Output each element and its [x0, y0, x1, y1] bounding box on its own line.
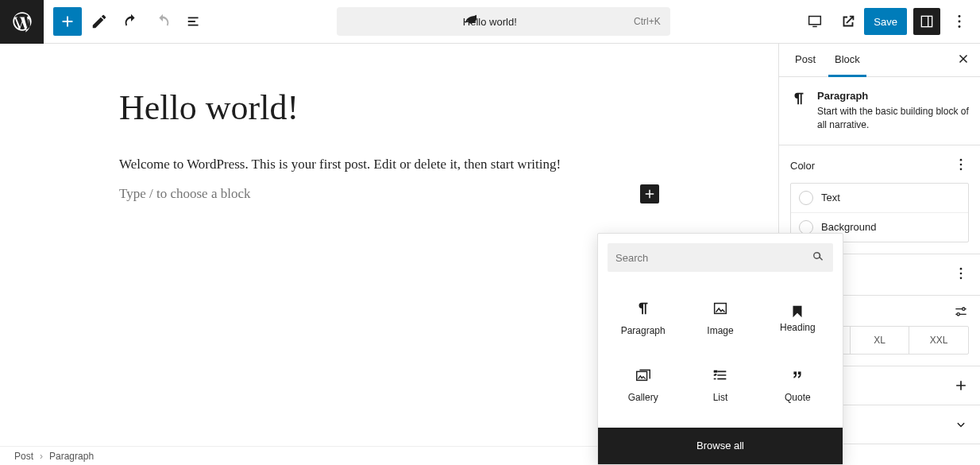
document-title: Hello world! [346, 16, 634, 28]
typography-panel-menu[interactable] [953, 265, 969, 284]
svg-point-2 [959, 15, 961, 17]
color-text-label: Text [821, 192, 840, 203]
save-button[interactable]: Save [864, 8, 907, 35]
inserter-item-label: Heading [780, 322, 816, 333]
svg-point-16 [963, 308, 965, 310]
color-swatch-icon [799, 191, 813, 205]
view-post-button[interactable] [834, 7, 862, 36]
svg-point-11 [960, 163, 963, 165]
undo-button[interactable] [117, 7, 145, 36]
inserter-item-heading[interactable]: Heading [759, 285, 836, 351]
redo-button[interactable] [149, 7, 177, 36]
inserter-item-label: Image [707, 325, 733, 336]
color-swatch-icon [799, 220, 813, 234]
color-panel-title: Color [790, 160, 815, 172]
block-card: Paragraph Start with the basic building … [779, 77, 980, 145]
svg-point-15 [960, 277, 963, 279]
block-card-title: Paragraph [817, 90, 969, 102]
settings-panel-toggle[interactable] [913, 8, 940, 35]
document-title-bar[interactable]: Hello world! Ctrl+K [337, 7, 670, 36]
svg-point-4 [959, 25, 961, 28]
tab-block[interactable]: Block [828, 44, 866, 77]
inserter-search[interactable] [608, 243, 833, 272]
top-toolbar: Hello world! Ctrl+K Save [0, 0, 980, 44]
feather-icon [464, 14, 476, 29]
color-panel-menu[interactable] [953, 157, 969, 175]
inserter-item-paragraph[interactable]: Paragraph [604, 285, 681, 351]
inline-inserter-button[interactable] [640, 184, 659, 203]
svg-rect-6 [636, 371, 646, 380]
inserter-item-list[interactable]: List [681, 351, 758, 418]
breadcrumb-current[interactable]: Paragraph [49, 451, 94, 462]
svg-point-14 [960, 272, 963, 274]
color-text-row[interactable]: Text [791, 184, 968, 212]
size-xxl-button[interactable]: XXL [909, 327, 968, 354]
paragraph-icon [790, 90, 808, 132]
inserter-item-label: List [713, 392, 728, 403]
post-title[interactable]: Hello world! [119, 87, 659, 128]
chevron-right-icon: › [40, 451, 43, 462]
svg-point-12 [960, 168, 963, 170]
inserter-browse-all[interactable]: Browse all [598, 428, 843, 464]
color-background-label: Background [821, 221, 876, 233]
options-button[interactable] [945, 7, 974, 36]
inserter-item-quote[interactable]: Quote [759, 351, 836, 418]
tab-post[interactable]: Post [789, 44, 822, 77]
svg-point-3 [959, 21, 961, 23]
command-shortcut: Ctrl+K [634, 16, 661, 27]
inserter-item-gallery[interactable]: Gallery [604, 351, 681, 418]
inserter-search-input[interactable] [615, 252, 811, 264]
inserter-item-label: Paragraph [621, 325, 666, 336]
svg-point-17 [957, 312, 959, 315]
document-overview-button[interactable] [180, 7, 209, 36]
svg-point-13 [960, 267, 963, 269]
wordpress-logo[interactable] [0, 0, 44, 44]
toolbar-right: Save [797, 7, 980, 36]
block-appender-placeholder[interactable]: Type / to choose a block [119, 186, 250, 202]
block-card-description: Start with the basic building block of a… [817, 105, 969, 132]
block-inserter-popover: Paragraph Image Heading Gallery List Quo… [597, 233, 843, 465]
svg-point-10 [960, 158, 963, 161]
post-paragraph[interactable]: Welcome to WordPress. This is your first… [119, 153, 659, 175]
tools-button[interactable] [85, 7, 114, 36]
inserter-item-image[interactable]: Image [681, 285, 758, 351]
svg-rect-0 [921, 16, 932, 26]
close-sidebar-button[interactable] [956, 52, 970, 68]
search-icon [811, 250, 825, 266]
view-desktop-button[interactable] [801, 7, 829, 36]
inserter-item-label: Quote [785, 392, 811, 403]
inserter-item-label: Gallery [628, 392, 658, 403]
size-xl-button[interactable]: XL [850, 327, 909, 354]
breadcrumb-root[interactable]: Post [14, 451, 33, 462]
toggle-inserter-button[interactable] [53, 7, 82, 36]
